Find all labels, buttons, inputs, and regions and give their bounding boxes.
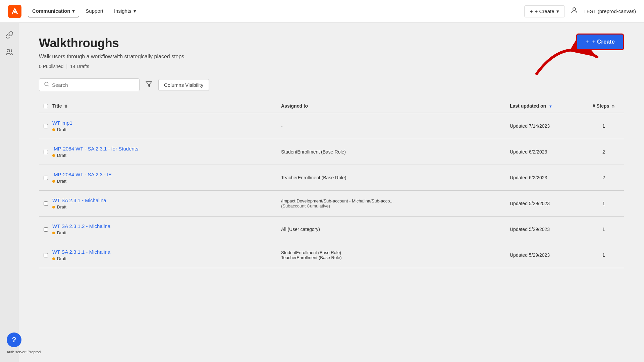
status-badge-4: Draft <box>52 204 281 209</box>
svg-point-1 <box>14 11 16 13</box>
row-steps-6: 1 <box>584 252 624 258</box>
row-title-2: IMP-2084 WT - SA 2.3.1 - for Students Dr… <box>52 146 281 158</box>
draft-dot <box>52 206 55 208</box>
table-row: IMP-2084 WT - SA 2.3.1 - for Students Dr… <box>39 139 624 165</box>
top-navigation: Communication ▾ Support Insights ▾ + + C… <box>0 0 644 23</box>
sidebar <box>0 23 19 362</box>
walkthroughs-table: Title ⇅ Assigned to Last updated on ▼ # … <box>39 99 624 268</box>
nav-items: Communication ▾ Support Insights ▾ <box>28 5 524 17</box>
row-updated-3: Updated 6/2/2023 <box>510 175 584 180</box>
create-button-area: + + Create <box>576 34 624 50</box>
search-input[interactable] <box>52 82 135 88</box>
nav-item-support[interactable]: Support <box>82 5 107 17</box>
svg-point-3 <box>7 49 10 52</box>
row-steps-1: 1 <box>584 123 624 129</box>
walkthrough-link-2[interactable]: IMP-2084 WT - SA 2.3.1 - for Students <box>52 146 281 152</box>
row-checkbox-2[interactable] <box>39 150 52 154</box>
row-assigned-1: - <box>281 123 510 129</box>
environment-label: TEST (preprod-canvas) <box>584 8 636 14</box>
app-logo[interactable] <box>8 5 21 18</box>
row-assigned-5: All (User category) <box>281 227 510 232</box>
sort-icon-updated[interactable]: ▼ <box>549 104 552 108</box>
walkthrough-link-1[interactable]: WT imp1 <box>52 120 281 126</box>
row-steps-2: 2 <box>584 149 624 155</box>
auth-server-label: Auth server: Preprod <box>7 350 41 354</box>
help-button[interactable]: ? <box>7 333 21 347</box>
status-badge-1: Draft <box>52 127 281 132</box>
draft-dot <box>52 180 55 183</box>
draft-dot <box>52 257 55 260</box>
svg-point-2 <box>573 8 576 10</box>
row-assigned-2: StudentEnrollment (Base Role) <box>281 149 510 155</box>
published-count: 0 Published <box>39 64 63 69</box>
drafts-count: 14 Drafts <box>70 64 89 69</box>
toolbar: Columns Visibility <box>39 78 624 91</box>
header-assigned: Assigned to <box>281 103 510 109</box>
plus-icon: + <box>585 39 589 45</box>
walkthrough-link-4[interactable]: WT SA 2.3.1 - Michalina <box>52 197 281 203</box>
table-row: WT SA 2.3.1.2 - Michalina Draft All (Use… <box>39 217 624 242</box>
header-title: Title ⇅ <box>52 103 281 109</box>
status-badge-5: Draft <box>52 230 281 235</box>
row-assigned-3: TeacherEnrollment (Base Role) <box>281 175 510 180</box>
nav-create-button[interactable]: + + Create ▾ <box>524 5 565 17</box>
table-row: WT SA 2.3.1.1 - Michalina Draft StudentE… <box>39 242 624 268</box>
row-updated-2: Updated 6/2/2023 <box>510 149 584 155</box>
sort-icon-title[interactable]: ⇅ <box>64 104 67 109</box>
bottom-left-area: ? Auth server: Preprod <box>7 333 41 354</box>
row-checkbox-6[interactable] <box>39 253 52 257</box>
create-walkthrough-button[interactable]: + + Create <box>576 34 624 50</box>
walkthrough-link-5[interactable]: WT SA 2.3.1.2 - Michalina <box>52 223 281 229</box>
page-subtitle: Walk users through a workflow with strat… <box>39 54 624 60</box>
select-all-checkbox[interactable] <box>39 104 52 108</box>
chevron-down-icon: ▾ <box>556 8 559 14</box>
row-checkbox-4[interactable] <box>39 201 52 206</box>
row-title-1: WT imp1 Draft <box>52 120 281 132</box>
row-updated-5: Updated 5/29/2023 <box>510 227 584 232</box>
search-box <box>39 78 140 91</box>
row-steps-4: 1 <box>584 201 624 206</box>
sidebar-icon-users[interactable] <box>4 47 15 58</box>
nav-right: + + Create ▾ TEST (preprod-canvas) <box>524 5 636 17</box>
svg-marker-5 <box>146 81 152 86</box>
sort-icon-steps[interactable]: ⇅ <box>612 104 615 109</box>
draft-dot <box>52 154 55 157</box>
row-updated-4: Updated 5/29/2023 <box>510 201 584 206</box>
header-updated[interactable]: Last updated on ▼ <box>510 103 584 109</box>
row-updated-6: Updated 5/29/2023 <box>510 252 584 258</box>
plus-icon: + <box>530 8 533 14</box>
page-title: Walkthroughs <box>39 36 624 50</box>
draft-dot <box>52 232 55 234</box>
status-badge-3: Draft <box>52 179 281 184</box>
row-checkbox-3[interactable] <box>39 176 52 180</box>
filter-button[interactable] <box>144 79 154 91</box>
chevron-down-icon: ▾ <box>72 8 75 14</box>
walkthrough-link-3[interactable]: IMP-2084 WT - SA 2.3 - IE <box>52 172 281 177</box>
row-assigned-6: StudentEnrollment (Base Role)TeacherEnro… <box>281 250 510 260</box>
header-steps: # Steps ⇅ <box>584 103 624 109</box>
svg-point-4 <box>45 82 48 86</box>
table-row: IMP-2084 WT - SA 2.3 - IE Draft TeacherE… <box>39 165 624 191</box>
checkbox-all[interactable] <box>44 104 48 108</box>
row-title-3: IMP-2084 WT - SA 2.3 - IE Draft <box>52 172 281 184</box>
row-title-4: WT SA 2.3.1 - Michalina Draft <box>52 197 281 209</box>
row-checkbox-5[interactable] <box>39 227 52 232</box>
sidebar-icon-walkthroughs[interactable] <box>4 29 15 40</box>
nav-item-communication[interactable]: Communication ▾ <box>28 5 79 17</box>
status-badge-6: Draft <box>52 256 281 261</box>
row-assigned-4: /Impact Development/Sub-account - Michal… <box>281 198 510 208</box>
status-badge-2: Draft <box>52 153 281 158</box>
row-title-5: WT SA 2.3.1.2 - Michalina Draft <box>52 223 281 235</box>
row-updated-1: Updated 7/14/2023 <box>510 123 584 129</box>
draft-dot <box>52 128 55 131</box>
row-checkbox-1[interactable] <box>39 124 52 128</box>
nav-item-insights[interactable]: Insights ▾ <box>110 5 140 17</box>
user-profile-icon[interactable] <box>570 6 578 16</box>
page-stats: 0 Published 14 Drafts <box>39 64 624 69</box>
table-row: WT imp1 Draft - Updated 7/14/2023 1 <box>39 113 624 139</box>
table-row: WT SA 2.3.1 - Michalina Draft /Impact De… <box>39 191 624 217</box>
columns-visibility-button[interactable]: Columns Visibility <box>158 79 209 91</box>
row-title-6: WT SA 2.3.1.1 - Michalina Draft <box>52 249 281 261</box>
walkthrough-link-6[interactable]: WT SA 2.3.1.1 - Michalina <box>52 249 281 255</box>
chevron-down-icon: ▾ <box>133 8 136 14</box>
